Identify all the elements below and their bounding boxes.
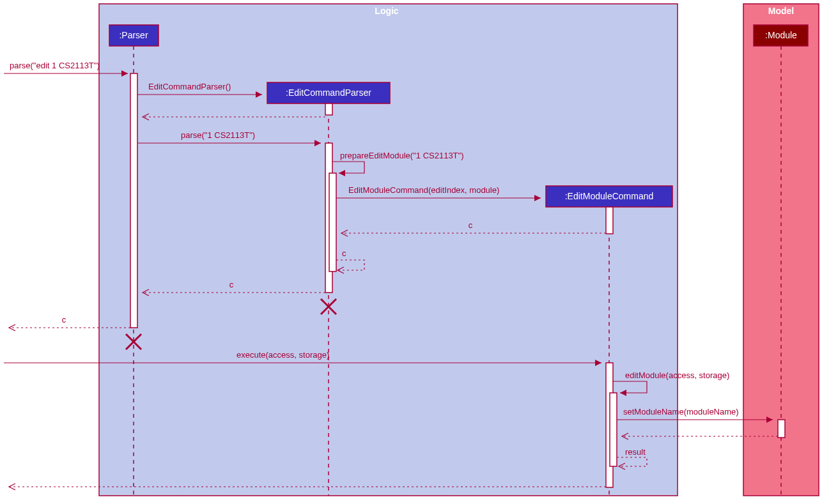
module-label: :Module bbox=[765, 30, 797, 40]
model-title: Model bbox=[768, 6, 794, 16]
msg-parse-1: parse("1 CS2113T") bbox=[181, 130, 255, 140]
editmodulecommand-activation-1 bbox=[606, 207, 613, 234]
msg-editmodule: editModule(access, storage) bbox=[625, 370, 729, 380]
editmodulecommand-activation-3 bbox=[610, 393, 617, 466]
msg-return-c4: c bbox=[62, 315, 66, 325]
parser-activation bbox=[130, 73, 137, 328]
logic-box bbox=[99, 4, 678, 496]
msg-return-c2: c bbox=[342, 248, 346, 258]
editcommandparser-activation-1 bbox=[325, 103, 332, 115]
msg-prepareeditmodule: prepareEditModule("1 CS2113T") bbox=[340, 151, 464, 160]
sequence-diagram: Logic Model :Parser :EditCommandParser :… bbox=[0, 0, 822, 504]
module-activation bbox=[778, 420, 785, 438]
msg-return-c3: c bbox=[229, 280, 234, 289]
msg-setmodulename: setModuleName(moduleName) bbox=[623, 407, 739, 416]
msg-result: result bbox=[625, 447, 646, 457]
editmodulecommand-label: :EditModuleCommand bbox=[565, 191, 654, 201]
msg-return-c1: c bbox=[469, 220, 473, 230]
msg-execute: execute(access, storage) bbox=[237, 350, 329, 360]
logic-title: Logic bbox=[375, 6, 399, 16]
msg-editcommandparser-new: EditCommandParser() bbox=[148, 82, 231, 91]
msg-parse-edit: parse("edit 1 CS2113T") bbox=[10, 61, 100, 70]
editcommandparser-label: :EditCommandParser bbox=[286, 88, 371, 98]
msg-editmodulecommand-new: EditModuleCommand(editIndex, module) bbox=[348, 185, 499, 195]
parser-label: :Parser bbox=[119, 30, 148, 40]
editcommandparser-activation-3 bbox=[329, 173, 336, 271]
